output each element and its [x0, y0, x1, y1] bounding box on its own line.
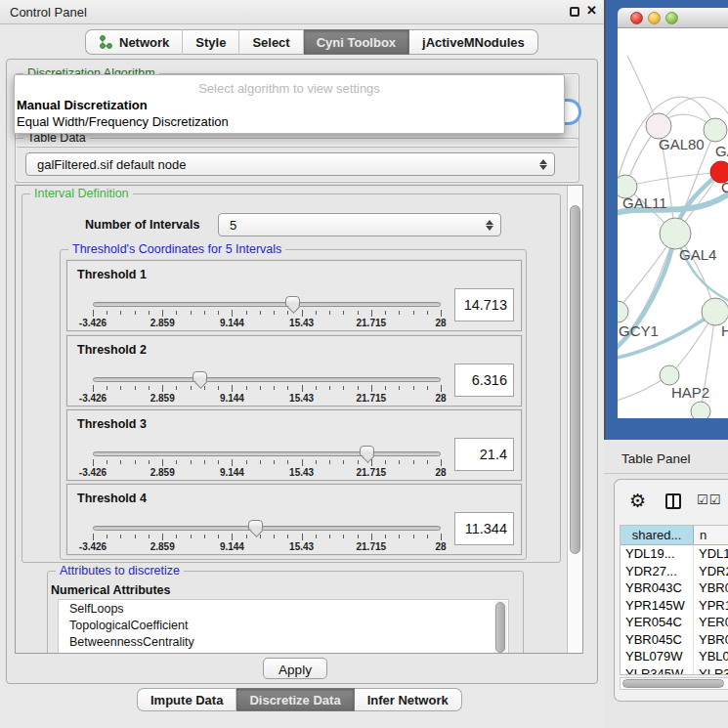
interval-definition-groupbox: Interval Definition Number of Intervals …	[21, 193, 561, 563]
column-header-name[interactable]: n	[694, 526, 728, 544]
minimize-traffic-light-icon[interactable]	[648, 12, 661, 24]
network-canvas[interactable]: GAL80 GA GAL11 C GAL4 GCY1 H HAP2	[618, 28, 728, 418]
float-window-icon[interactable]	[570, 7, 579, 17]
table-data-groupbox: Table Data galFiltered.sif default node	[15, 138, 579, 183]
panel-scrollbar-thumb[interactable]	[570, 205, 580, 554]
network-view-window: GAL80 GA GAL11 C GAL4 GCY1 H HAP2	[606, 0, 728, 440]
node-gal4[interactable]	[660, 218, 691, 249]
node-label: HAP2	[671, 384, 709, 401]
tab-jactivemnodules[interactable]: jActiveMNodules	[409, 29, 538, 55]
table-row[interactable]: YER054CYER0	[621, 614, 728, 631]
threshold-4-slider-thumb[interactable]	[248, 520, 263, 531]
node-label: GA	[715, 143, 728, 159]
column-layout-icon[interactable]	[665, 493, 681, 509]
combo-stepper-icon	[537, 156, 548, 173]
cyni-mode-tab-bar: Impute Data Discretize Data Infer Networ…	[137, 688, 462, 711]
tab-network-label: Network	[119, 35, 169, 50]
zoom-traffic-light-icon[interactable]	[665, 12, 678, 24]
cyni-toolbox-panel: Discretization Algorithm Table Data galF…	[6, 59, 598, 684]
tab-style[interactable]: Style	[183, 29, 239, 55]
panel-tab-bar: Network Style Select Cyni Toolbox jActiv…	[85, 29, 538, 55]
node-label: C	[721, 179, 728, 195]
threshold-1-slider[interactable]: -3.4262.859 9.14415.43 21.71528	[93, 300, 441, 329]
interval-definition-title: Interval Definition	[30, 187, 133, 200]
tab-select[interactable]: Select	[239, 29, 303, 55]
threshold-1-slider-thumb[interactable]	[285, 296, 300, 307]
node-label: GCY1	[619, 322, 659, 339]
thresholds-groupbox: Threshold's Coordinates for 5 Intervals …	[60, 249, 527, 560]
control-panel-titlebar: Control Panel ✕	[0, 0, 604, 24]
node-top-right[interactable]	[704, 118, 727, 142]
table-row[interactable]: YBR043CYBR0	[621, 579, 728, 597]
table-row[interactable]: YBR045CYBR0	[621, 631, 728, 649]
panel-scrollbar[interactable]	[567, 186, 582, 653]
number-of-intervals-value: 5	[230, 218, 236, 233]
algorithm-hint-item: Select algorithm to view settings	[15, 81, 564, 96]
node-gcy1[interactable]	[618, 301, 628, 322]
number-of-intervals-combobox[interactable]: 5	[218, 213, 501, 236]
table-horizontal-scrollbar[interactable]	[620, 677, 728, 690]
tab-infer-network[interactable]: Infer Network	[355, 688, 462, 711]
column-header-shared[interactable]: shared...	[621, 526, 694, 544]
combo-stepper-icon	[484, 217, 494, 234]
window-title: Control Panel	[10, 5, 87, 20]
threshold-2-slider-thumb[interactable]	[193, 371, 207, 382]
threshold-4-value-field[interactable]: 11.344	[454, 512, 514, 545]
attributes-groupbox: Attributes to discretize Numerical Attri…	[47, 571, 524, 654]
node-hap2[interactable]	[660, 365, 679, 385]
select-columns-icon[interactable]: ☑☑	[697, 492, 721, 507]
threshold-3-slider[interactable]: -3.4262.859 9.14415.43 21.71528	[93, 450, 441, 479]
threshold-4-panel: Threshold 4 -3.4262.859 9.14415.43 21.71…	[66, 484, 522, 555]
threshold-3-panel: Threshold 3 -3.4262.859 9.14415.43 21.71…	[66, 409, 522, 481]
close-icon[interactable]: ✕	[586, 3, 597, 18]
numerical-attributes-list[interactable]: SelfLoops TopologicalCoefficient Between…	[58, 599, 509, 654]
node-label: GAL11	[622, 194, 667, 211]
network-window-titlebar	[618, 8, 728, 28]
node-label: GAL4	[679, 246, 716, 263]
threshold-4-slider[interactable]: -3.4262.859 9.14415.43 21.71528	[93, 524, 441, 553]
number-of-intervals-label: Number of Intervals	[85, 218, 199, 232]
thresholds-title: Threshold's Coordinates for 5 Intervals	[68, 242, 285, 256]
node-attribute-table: shared... n YDL19...YDL1 YDR27...YDR2 YB…	[620, 525, 728, 675]
tab-network[interactable]: Network	[85, 29, 183, 55]
menu-item-equal-width-frequency[interactable]: Equal Width/Frequency Discretization	[17, 114, 229, 129]
table-data-value: galFiltered.sif default node	[37, 157, 186, 172]
table-panel-header: Table Panel	[604, 445, 728, 474]
table-row[interactable]: YLR345WYLR3	[621, 665, 728, 676]
close-traffic-light-icon[interactable]	[630, 12, 643, 24]
threshold-3-value-field[interactable]: 21.4	[454, 438, 514, 471]
list-item[interactable]: SelfLoops	[59, 600, 508, 617]
table-panel-title: Table Panel	[621, 451, 691, 466]
list-scrollbar[interactable]	[494, 601, 507, 654]
menu-item-manual-discretization[interactable]: Manual Discretization	[17, 98, 148, 112]
tab-cyni-toolbox[interactable]: Cyni Toolbox	[304, 29, 409, 55]
threshold-2-value-field[interactable]: 6.316	[454, 364, 514, 397]
threshold-1-value-field[interactable]: 14.713	[454, 288, 514, 321]
node-h[interactable]	[702, 298, 728, 325]
attributes-title: Attributes to discretize	[56, 564, 184, 578]
table-panel-box: ⚙ ☑☑ shared... n YDL19...YDL1 YDR27...YD…	[614, 479, 728, 702]
table-row[interactable]: YDL19...YDL1	[621, 545, 728, 563]
list-item[interactable]: BetweennessCentrality	[59, 633, 508, 650]
threshold-1-panel: Threshold 1 -3.4262.859 9.14415.43 21.71…	[66, 260, 522, 331]
node-bottom[interactable]	[691, 402, 710, 418]
node-label: H	[721, 322, 728, 339]
apply-button[interactable]: Apply	[263, 658, 327, 679]
algorithm-dropdown-popup: Select algorithm to view settings Manual…	[14, 74, 565, 134]
table-row[interactable]: YPR145WYPR1	[621, 597, 728, 615]
tab-discretize-data[interactable]: Discretize Data	[236, 688, 354, 711]
settings-scrollpane: Interval Definition Number of Intervals …	[15, 185, 583, 654]
gear-icon[interactable]: ⚙	[629, 490, 646, 512]
tab-impute-data[interactable]: Impute Data	[137, 688, 236, 711]
numerical-attributes-label: Numerical Attributes	[51, 583, 170, 597]
list-item[interactable]: TopologicalCoefficient	[59, 617, 508, 633]
table-row[interactable]: YDR27...YDR2	[621, 563, 728, 580]
threshold-2-panel: Threshold 2 -3.4262.859 9.14415.43 21.71…	[66, 335, 522, 407]
threshold-2-slider[interactable]: -3.4262.859 9.14415.43 21.71528	[93, 375, 441, 405]
table-panel-region: Table Panel ⚙ ☑☑ shared... n YDL19...YDL…	[604, 440, 728, 728]
threshold-3-slider-thumb[interactable]	[360, 446, 374, 456]
table-data-combobox[interactable]: galFiltered.sif default node	[25, 152, 555, 176]
network-graph: GAL80 GA GAL11 C GAL4 GCY1 H HAP2	[618, 28, 728, 418]
table-row[interactable]: YBL079WYBL0	[621, 648, 728, 665]
node-label: GAL80	[659, 136, 705, 152]
